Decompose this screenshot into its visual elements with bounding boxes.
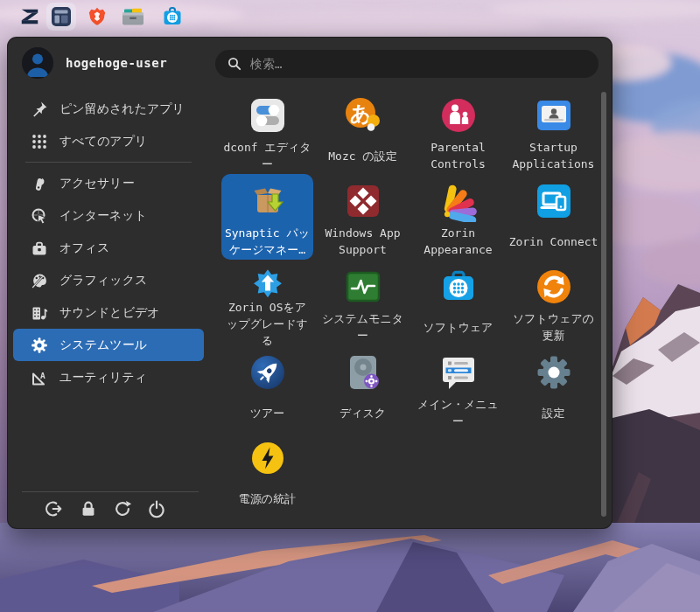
internet-icon <box>31 207 48 225</box>
sidebar-item-all-apps[interactable]: すべてのアプリ <box>13 125 204 157</box>
system-tools-icon <box>31 337 48 354</box>
app-zorin-upgrade[interactable]: Zorin OSをアップグレードする <box>221 260 313 345</box>
app-label: Mozc の設定 <box>328 139 396 174</box>
disks-icon <box>342 351 384 393</box>
system-monitor-icon <box>342 266 384 308</box>
sidebar-item-pinned-apps[interactable]: ピン留めされたアプリ <box>13 93 204 125</box>
sidebar-item-office[interactable]: オフィス <box>13 232 204 264</box>
sidebar-separator <box>25 162 192 163</box>
sidebar-item-utilities[interactable]: A ユーティリティ <box>13 361 204 393</box>
app-label: Parental Controls <box>414 139 503 174</box>
app-parental-controls[interactable]: Parental Controls <box>412 88 504 174</box>
zorin-upgrade-icon <box>247 266 289 301</box>
software-icon <box>438 266 480 308</box>
parental-controls-icon <box>438 94 480 136</box>
sidebar-item-label: サウンドとビデオ <box>60 305 160 321</box>
sidebar-item-label: アクセサリー <box>60 176 135 191</box>
logout-icon[interactable] <box>45 499 64 518</box>
sound-video-icon <box>31 304 48 322</box>
sidebar-item-label: すべてのアプリ <box>60 134 147 150</box>
app-label: ソフトウェア <box>424 310 494 345</box>
dconf-editor-icon <box>247 94 289 136</box>
app-label: dconf エディター <box>223 139 312 174</box>
file-manager-icon[interactable] <box>122 7 144 26</box>
search-icon <box>228 57 242 71</box>
app-settings[interactable]: 設定 <box>508 345 599 431</box>
sidebar-item-label: ユーティリティ <box>60 370 147 386</box>
windows-app-support-icon <box>342 180 384 222</box>
app-software-update[interactable]: ソフトウェアの更新 <box>508 260 599 345</box>
app-mozc-settings[interactable]: あ Mozc の設定 <box>317 88 409 174</box>
search-input[interactable] <box>250 57 586 71</box>
app-power-statistics[interactable]: 電源の統計 <box>221 431 313 517</box>
app-system-monitor[interactable]: システムモニター <box>317 260 409 345</box>
software-store-icon[interactable] <box>162 6 183 27</box>
startup-applications-icon <box>533 94 575 136</box>
app-grid: dconf エディター あ Mozc の設定 Parental Controls <box>220 88 601 517</box>
app-label: ツアー <box>250 396 285 431</box>
zorin-connect-icon <box>533 180 575 222</box>
zorin-appearance-icon <box>438 180 480 222</box>
app-label: Synaptic パッケージマネー… <box>223 225 312 260</box>
app-label: 電源の統計 <box>239 482 296 517</box>
app-label: ソフトウェアの更新 <box>509 310 598 345</box>
utilities-icon: A <box>31 369 48 386</box>
settings-gear-icon <box>533 351 575 393</box>
username: hogehoge-user <box>66 56 167 70</box>
app-label: メイン・メニュー <box>414 396 503 431</box>
sidebar-item-graphics[interactable]: グラフィックス <box>13 264 204 296</box>
avatar <box>22 47 53 79</box>
taskbar <box>0 0 700 33</box>
app-label: Zorin OSをアップグレードする <box>223 303 312 345</box>
accessories-icon <box>31 175 48 192</box>
pin-icon <box>31 101 48 118</box>
tour-icon <box>247 351 289 393</box>
sidebar-item-label: グラフィックス <box>60 273 147 289</box>
app-software[interactable]: ソフトウェア <box>412 260 504 345</box>
app-label: Startup Applications <box>509 139 598 174</box>
app-label: Zorin Appearance <box>414 225 503 260</box>
sidebar-item-accessories[interactable]: アクセサリー <box>13 167 204 199</box>
app-windows-app-support[interactable]: Windows App Support <box>317 174 409 260</box>
search-bar[interactable] <box>215 50 598 78</box>
lock-icon[interactable] <box>79 499 98 518</box>
session-separator <box>22 491 199 492</box>
app-menu-panel: hogehoge-user ピン留めされたアプリ すべてのアプリ <box>7 37 612 529</box>
app-label: システムモニター <box>318 310 408 345</box>
sidebar-item-label: インターネット <box>60 208 147 224</box>
sidebar-item-internet[interactable]: インターネット <box>13 199 204 232</box>
sidebar-item-label: ピン留めされたアプリ <box>60 101 185 117</box>
mozc-settings-icon: あ <box>342 94 384 136</box>
restart-icon[interactable] <box>113 499 132 518</box>
all-apps-grid-icon <box>31 133 48 150</box>
app-disks[interactable]: ディスク <box>317 345 409 431</box>
app-startup-applications[interactable]: Startup Applications <box>508 88 599 174</box>
software-update-icon <box>533 266 575 308</box>
app-label: ディスク <box>340 396 386 431</box>
app-main-menu[interactable]: メイン・メニュー <box>412 345 504 431</box>
app-label: Windows App Support <box>318 225 408 260</box>
zorin-menu-icon[interactable] <box>51 6 72 27</box>
session-buttons <box>45 499 166 518</box>
app-tour[interactable]: ツアー <box>221 345 313 431</box>
main-menu-icon <box>438 351 480 393</box>
app-label: 設定 <box>542 396 565 431</box>
menu-scrollbar[interactable] <box>601 92 606 517</box>
sidebar-item-system-tools[interactable]: システムツール <box>13 329 204 361</box>
graphics-icon <box>31 272 48 289</box>
power-icon[interactable] <box>147 499 166 518</box>
app-zorin-connect[interactable]: Zorin Connect <box>508 174 599 260</box>
brave-browser-icon[interactable] <box>87 6 108 27</box>
app-label: Zorin Connect <box>509 225 598 260</box>
sidebar: ピン留めされたアプリ すべてのアプリ アクセサリー <box>8 93 209 393</box>
app-zorin-appearance[interactable]: Zorin Appearance <box>412 174 504 260</box>
zorin-logo-icon[interactable] <box>19 6 40 27</box>
svg-text:A: A <box>40 370 46 379</box>
power-statistics-icon <box>247 437 289 479</box>
user-chip[interactable]: hogehoge-user <box>22 47 167 79</box>
synaptic-icon <box>247 180 289 222</box>
app-dconf-editor[interactable]: dconf エディター <box>221 88 313 174</box>
app-synaptic[interactable]: Synaptic パッケージマネー… <box>221 174 313 260</box>
office-icon <box>31 240 48 257</box>
sidebar-item-sound-video[interactable]: サウンドとビデオ <box>13 296 204 329</box>
